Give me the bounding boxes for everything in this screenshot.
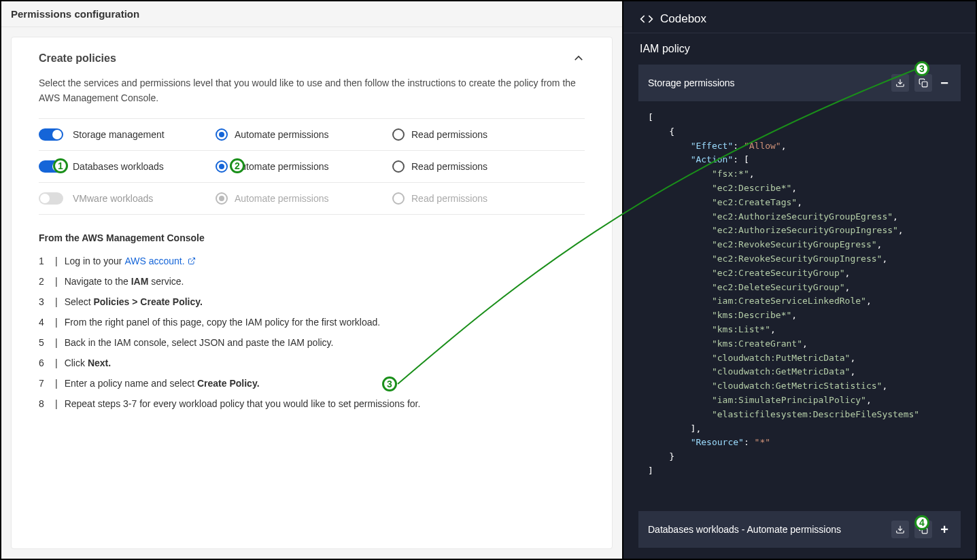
radio-read [392, 192, 405, 205]
code-block-title: Storage permissions [648, 77, 735, 88]
instruction-step-1: 1| Log in to your AWS account. [39, 256, 585, 266]
instruction-step-2: 2| Navigate to the IAM service. [39, 276, 585, 287]
radio-read-label: Read permissions [411, 129, 487, 140]
download-button[interactable] [891, 521, 909, 538]
toggle-storage[interactable] [39, 128, 63, 141]
instructions: From the AWS Management Console 1| Log i… [12, 215, 612, 446]
code-icon [640, 12, 653, 26]
create-policies-description: Select the services and permissions leve… [12, 65, 612, 118]
radio-automate[interactable] [216, 128, 228, 141]
aws-account-link[interactable]: AWS account. [124, 256, 195, 266]
radio-read[interactable] [392, 128, 405, 141]
codebox-title: Codebox [660, 12, 706, 26]
code-block-title: Databases workloads - Automate permissio… [648, 524, 841, 535]
codebox-header: Codebox [623, 1, 976, 33]
panel-header: Permissions configuration [1, 1, 622, 27]
radio-automate-label: Automate permissions [235, 193, 329, 204]
instructions-heading: From the AWS Management Console [39, 232, 585, 243]
radio-read[interactable] [392, 160, 405, 173]
copy-button[interactable] [914, 521, 932, 538]
radio-automate[interactable] [216, 160, 228, 173]
service-row-storage: Storage management Automate permissions … [39, 118, 585, 150]
instruction-step-7: 7| Enter a policy name and select Create… [39, 378, 585, 389]
storage-permissions-header: Storage permissions − [638, 65, 961, 101]
radio-read-label: Read permissions [411, 161, 487, 172]
permissions-config-panel: Permissions configuration Create policie… [1, 1, 622, 559]
instruction-step-3: 3| Select Policies > Create Policy. [39, 296, 585, 307]
radio-automate [216, 192, 228, 205]
service-name: Storage management [73, 129, 216, 140]
radio-automate-label: Automate permissions [235, 129, 329, 140]
toggle-vmware[interactable] [39, 192, 63, 205]
instruction-step-5: 5| Back in the IAM console, select JSON … [39, 337, 585, 348]
create-policies-title: Create policies [39, 52, 116, 65]
instruction-step-8: 8| Repeat steps 3-7 for every workload p… [39, 398, 585, 409]
svg-rect-1 [923, 82, 928, 87]
svg-rect-3 [923, 528, 928, 533]
create-policies-card: Create policies Select the services and … [11, 37, 613, 549]
codebox-panel: Codebox IAM policy Storage permissions −… [622, 1, 976, 559]
toggle-databases[interactable] [39, 160, 63, 173]
service-name: VMware workloads [73, 193, 216, 204]
service-name: Databases workloads [73, 161, 216, 172]
external-link-icon [188, 257, 196, 265]
radio-automate-label: Automate permissions [235, 161, 329, 172]
service-row-databases: Databases workloads Automate permissions… [39, 150, 585, 182]
instruction-step-4: 4| From the right panel of this page, co… [39, 317, 585, 328]
download-button[interactable] [891, 74, 909, 92]
expand-button[interactable]: + [938, 522, 951, 538]
radio-read-label: Read permissions [411, 193, 487, 204]
collapse-button[interactable]: − [938, 75, 951, 91]
copy-button[interactable] [914, 74, 932, 92]
chevron-up-icon[interactable] [572, 52, 585, 65]
code-area[interactable]: [ { "Effect": "Allow", "Action": [ "fsx:… [638, 101, 966, 499]
iam-policy-title: IAM policy [623, 33, 976, 65]
databases-workloads-header: Databases workloads - Automate permissio… [638, 511, 961, 548]
instruction-step-6: 6| Click Next. [39, 357, 585, 368]
service-rows: Storage management Automate permissions … [12, 118, 612, 215]
service-row-vmware: VMware workloads Automate permissions Re… [39, 182, 585, 215]
